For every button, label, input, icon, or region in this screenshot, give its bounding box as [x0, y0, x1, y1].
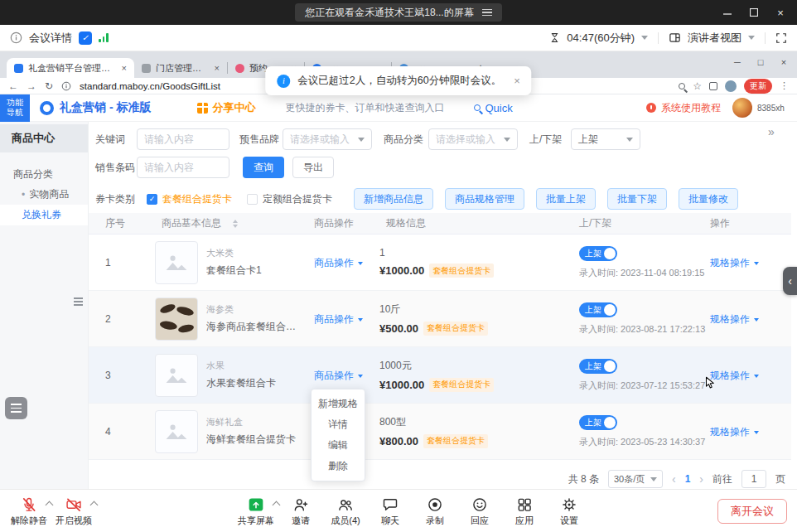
timer-chevron-down-icon[interactable] [641, 36, 648, 43]
notice-close-icon[interactable]: × [514, 75, 520, 87]
category-select[interactable]: 请选择或输入 [428, 128, 518, 150]
table-row[interactable]: 2 海参类海参商品套餐组合提货卡 商品操作 10斤 ¥500.00套餐组合提货卡… [89, 291, 791, 347]
video-options-chevron-icon[interactable] [90, 501, 99, 510]
screen-menu-icon[interactable] [482, 9, 492, 17]
chat-button[interactable]: 聊天 [368, 493, 413, 530]
start-video-button[interactable]: 开启视频 [51, 493, 96, 530]
fullscreen-icon[interactable] [775, 32, 787, 44]
browser-maximize-icon[interactable]: □ [749, 51, 772, 73]
batch-off-shelf-button[interactable]: 批量下架 [607, 188, 667, 210]
reload-icon[interactable]: ↻ [45, 80, 53, 92]
spec-operation-link[interactable]: 规格操作 [710, 369, 759, 383]
table-row[interactable]: 4 海鲜礼盒海鲜套餐组合提货卡 商品操作 800型 ¥800.00套餐组合提货卡… [89, 404, 791, 460]
tutorial-link[interactable]: 系统使用教程 [661, 101, 721, 115]
apps-button[interactable]: 应用 [502, 493, 547, 530]
shelf-toggle[interactable]: 上架 [579, 359, 617, 374]
next-page-icon[interactable]: › [699, 472, 703, 486]
sidebar-group-product-category[interactable]: 商品分类 [0, 164, 88, 184]
share-center-link[interactable]: 分享中心 [212, 100, 255, 115]
shelf-toggle[interactable]: 上架 [579, 302, 617, 317]
browser-menu-icon[interactable]: ⋮ [780, 80, 789, 91]
zoom-icon[interactable] [679, 83, 685, 89]
filter-collapse-icon[interactable]: » [768, 125, 775, 138]
tab-favicon [142, 64, 151, 73]
menu-item-edit[interactable]: 编辑 [312, 435, 365, 456]
sidebar-item-physical-goods[interactable]: • 实物商品 [0, 184, 88, 205]
sort-icon[interactable] [233, 220, 238, 228]
search-button[interactable]: 查询 [243, 157, 284, 178]
view-chevron-down-icon[interactable] [748, 36, 755, 43]
prev-page-icon[interactable]: ‹ [672, 472, 676, 486]
settings-button[interactable]: 设置 [547, 493, 592, 530]
close-button[interactable]: × [767, 0, 794, 25]
sidebar-section-product-center[interactable]: 商品中心 [0, 124, 88, 152]
bookmark-star-icon[interactable]: ☆ [693, 80, 702, 92]
goto-page-input[interactable] [741, 470, 766, 488]
menu-item-add-spec[interactable]: 新增规格 [312, 394, 365, 414]
sidebar-item-gift-voucher[interactable]: 兑换礼券 [0, 205, 88, 225]
menu-item-delete[interactable]: 删除 [312, 456, 365, 476]
fixed-card-checkbox-label[interactable]: 定额组合提货卡 [263, 192, 332, 206]
leave-meeting-button[interactable]: 离开会议 [717, 499, 787, 524]
batch-on-shelf-button[interactable]: 批量上架 [536, 188, 596, 210]
unmute-button[interactable]: 解除静音 [7, 493, 51, 530]
share-screen-button[interactable]: 共享屏幕 [234, 493, 278, 530]
members-button[interactable]: 成员(4) [323, 493, 368, 530]
browser-close-icon[interactable]: × [772, 51, 795, 73]
spec-manage-button[interactable]: 商品规格管理 [445, 188, 524, 210]
panel-expand-handle[interactable]: ‹ [783, 267, 797, 295]
table-row[interactable]: 3 水果水果套餐组合卡 商品操作 1000元 ¥1000.00套餐组合提货卡 上… [89, 347, 791, 404]
spec-operation-link[interactable]: 规格操作 [710, 425, 759, 439]
product-category: 水果 [206, 360, 276, 372]
sidebar-collapse-icon[interactable] [74, 297, 83, 306]
user-avatar[interactable] [732, 98, 752, 118]
maximize-button[interactable] [741, 0, 767, 25]
site-info-icon[interactable] [61, 81, 71, 91]
shelf-toggle[interactable]: 上架 [579, 415, 617, 430]
network-signal-icon[interactable] [99, 33, 109, 42]
meeting-detail-label[interactable]: 会议详情 [29, 31, 72, 46]
menu-item-detail[interactable]: 详情 [312, 414, 365, 435]
add-product-button[interactable]: 新增商品信息 [354, 188, 433, 210]
product-operation-link[interactable]: 商品操作 [314, 312, 363, 326]
browser-update-button[interactable]: 更新 [744, 79, 772, 94]
fixed-card-checkbox[interactable] [247, 194, 258, 205]
meeting-float-widget[interactable] [5, 397, 27, 419]
quick-search-link[interactable]: Quick [474, 102, 512, 114]
record-button[interactable]: 录制 [413, 493, 457, 530]
security-shield-icon[interactable]: ✓ [79, 31, 92, 45]
forward-icon[interactable]: → [27, 80, 36, 92]
chevron-down-icon [358, 262, 363, 268]
browser-tab[interactable]: 门店管理中心 × [134, 58, 227, 78]
table-row[interactable]: 1 大米类套餐组合卡1 商品操作 1 ¥1000.00套餐组合提货卡 上架 录入… [89, 235, 791, 291]
tab-close-icon[interactable]: × [215, 63, 220, 73]
url-text[interactable]: standard.maboy.cn/GoodsGiftList [80, 81, 220, 91]
tab-close-icon[interactable]: × [122, 63, 127, 73]
shelf-toggle[interactable]: 上架 [579, 246, 617, 261]
back-icon[interactable]: ← [8, 80, 18, 92]
browser-tab-active[interactable]: 礼盒营销平台管理中心 × [7, 58, 134, 78]
shelf-select[interactable]: 上架 [571, 128, 640, 150]
extensions-icon[interactable] [709, 82, 717, 90]
product-operation-link[interactable]: 商品操作 [314, 369, 363, 383]
batch-edit-button[interactable]: 批量修改 [679, 188, 738, 210]
keyword-input[interactable] [137, 128, 229, 150]
reaction-button[interactable]: 回应 [457, 493, 502, 530]
minimize-button[interactable] [714, 0, 741, 25]
browser-profile-avatar[interactable] [725, 80, 737, 92]
barcode-input[interactable] [137, 157, 229, 178]
current-page[interactable]: 1 [685, 473, 691, 485]
function-nav-button[interactable]: 功能导航 [0, 94, 30, 122]
browser-minimize-icon[interactable]: ─ [726, 51, 749, 73]
header-info[interactable]: 商品基本信息 [150, 216, 302, 230]
product-operation-link[interactable]: 商品操作 [314, 256, 363, 270]
invite-button[interactable]: 邀请 [278, 493, 323, 530]
brand-select[interactable]: 请选择或输入 [283, 128, 372, 150]
spec-operation-link[interactable]: 规格操作 [710, 312, 759, 326]
page-size-select[interactable]: 30条/页 [608, 470, 663, 488]
combo-card-checkbox-label[interactable]: 套餐组合提货卡 [162, 192, 232, 206]
combo-card-checkbox[interactable]: ✓ [147, 194, 157, 205]
export-button[interactable]: 导出 [292, 157, 334, 178]
spec-operation-link[interactable]: 规格操作 [710, 256, 759, 270]
view-mode-label[interactable]: 演讲者视图 [688, 31, 741, 46]
